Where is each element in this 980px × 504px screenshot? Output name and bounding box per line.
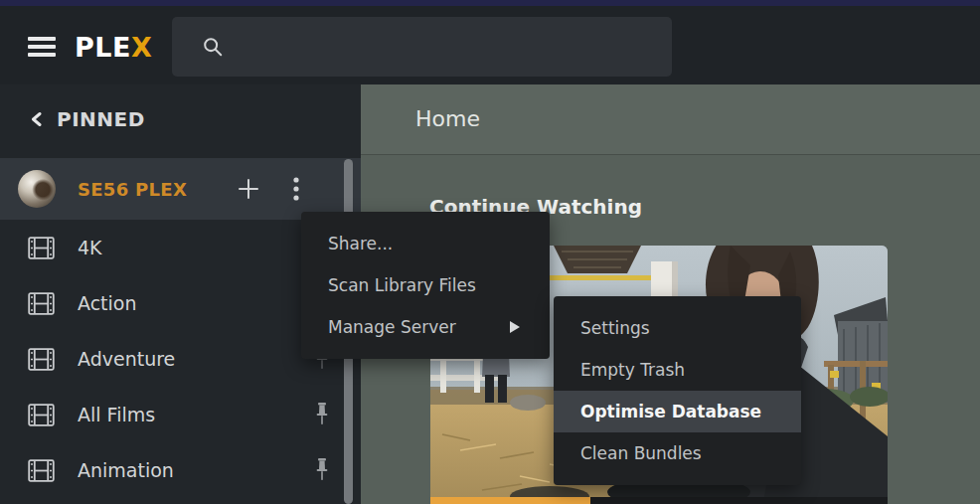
sidebar-back-pinned[interactable]: PINNED bbox=[0, 84, 361, 154]
plex-logo[interactable]: PLEX bbox=[75, 32, 152, 63]
watch-progress-track bbox=[430, 497, 888, 504]
menu-item-label: Settings bbox=[580, 318, 774, 338]
server-avatar bbox=[18, 170, 56, 208]
server-more-button[interactable] bbox=[283, 176, 309, 202]
submenu-item-optimise-database[interactable]: Optimise Database bbox=[554, 391, 801, 432]
menu-item-label: Clean Bundles bbox=[580, 443, 774, 463]
menu-item-label: Optimise Database bbox=[580, 402, 774, 421]
main-header: Home bbox=[361, 84, 980, 155]
vertical-ellipsis-icon bbox=[292, 176, 300, 202]
pin-icon[interactable] bbox=[315, 458, 329, 482]
menu-item-label: Share... bbox=[328, 234, 523, 253]
top-navigation-bar: PLEX bbox=[0, 6, 980, 84]
submenu-item-settings[interactable]: Settings bbox=[554, 307, 801, 349]
film-icon bbox=[28, 404, 55, 426]
server-context-menu: Share... Scan Library Files Manage Serve… bbox=[301, 212, 550, 359]
add-library-button[interactable] bbox=[236, 176, 261, 202]
library-label: Animation bbox=[78, 459, 315, 481]
pinned-label: PINNED bbox=[57, 107, 145, 131]
film-icon bbox=[28, 348, 55, 371]
plus-icon bbox=[237, 177, 260, 201]
menu-item-label: Empty Trash bbox=[580, 360, 774, 380]
pin-icon[interactable] bbox=[315, 403, 329, 426]
library-label: Adventure bbox=[78, 348, 315, 370]
sidebar-server-row[interactable]: SE56 PLEX bbox=[0, 158, 361, 220]
plex-app-window: PLEX Home Continue Watching bbox=[0, 0, 980, 504]
search-bar[interactable] bbox=[172, 17, 672, 77]
page-title: Home bbox=[415, 106, 480, 131]
manage-server-submenu: Settings Empty Trash Optimise Database C… bbox=[554, 296, 801, 485]
submenu-item-clean-bundles[interactable]: Clean Bundles bbox=[554, 432, 801, 474]
sidebar-item-animation[interactable]: Animation bbox=[0, 442, 361, 498]
menu-item-manage-server[interactable]: Manage Server bbox=[301, 306, 550, 348]
server-name: SE56 PLEX bbox=[78, 179, 236, 200]
library-label: All Films bbox=[78, 404, 315, 425]
plex-logo-text: PLE bbox=[75, 32, 131, 63]
search-icon bbox=[202, 36, 224, 58]
sidebar-item-all-films[interactable]: All Films bbox=[0, 387, 361, 442]
plex-logo-x: X bbox=[131, 32, 152, 63]
menu-item-label: Scan Library Files bbox=[328, 275, 523, 295]
search-input[interactable] bbox=[224, 37, 672, 57]
film-icon bbox=[28, 292, 55, 315]
submenu-item-empty-trash[interactable]: Empty Trash bbox=[554, 349, 801, 391]
submenu-arrow-icon bbox=[509, 320, 521, 334]
server-actions bbox=[236, 176, 309, 202]
menu-item-share[interactable]: Share... bbox=[301, 223, 550, 264]
menu-item-label: Manage Server bbox=[328, 317, 509, 337]
chevron-left-icon bbox=[30, 112, 44, 126]
progress-fill bbox=[430, 497, 590, 504]
hamburger-menu-icon[interactable] bbox=[28, 33, 56, 59]
film-icon bbox=[28, 459, 55, 482]
film-icon bbox=[28, 237, 55, 259]
menu-item-scan-library-files[interactable]: Scan Library Files bbox=[301, 264, 550, 306]
